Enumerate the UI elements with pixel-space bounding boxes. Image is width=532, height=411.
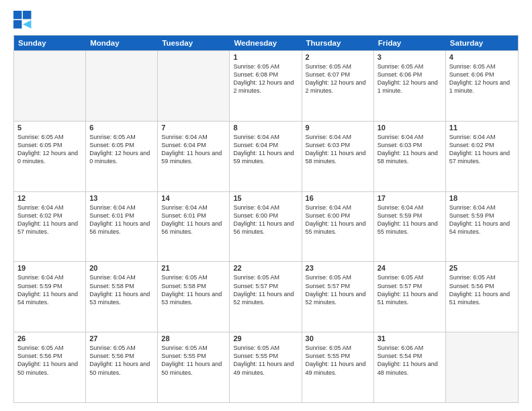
day-cell-31: 31Sunrise: 6:06 AM Sunset: 5:54 PM Dayli… [374, 332, 446, 402]
day-number: 13 [89, 194, 154, 202]
day-number: 5 [17, 124, 82, 132]
day-info: Sunrise: 6:04 AM Sunset: 5:59 PM Dayligh… [449, 203, 515, 236]
day-cell-19: 19Sunrise: 6:04 AM Sunset: 5:59 PM Dayli… [14, 262, 86, 332]
day-number: 17 [378, 194, 442, 202]
day-info: Sunrise: 6:05 AM Sunset: 6:06 PM Dayligh… [449, 62, 515, 95]
header-day-wednesday: Wednesday [230, 36, 302, 50]
day-number: 30 [306, 334, 370, 342]
day-cell-10: 10Sunrise: 6:04 AM Sunset: 6:03 PM Dayli… [374, 122, 446, 191]
day-info: Sunrise: 6:04 AM Sunset: 6:03 PM Dayligh… [306, 133, 370, 166]
day-info: Sunrise: 6:05 AM Sunset: 5:58 PM Dayligh… [161, 273, 226, 306]
header-day-tuesday: Tuesday [158, 36, 230, 50]
day-cell-21: 21Sunrise: 6:05 AM Sunset: 5:58 PM Dayli… [158, 262, 230, 332]
day-number: 25 [449, 264, 515, 272]
day-number: 1 [233, 53, 298, 61]
day-number: 24 [378, 264, 442, 272]
day-info: Sunrise: 6:05 AM Sunset: 5:56 PM Dayligh… [449, 273, 515, 306]
logo-icon [13, 11, 32, 30]
day-number: 18 [449, 194, 515, 202]
day-number: 26 [17, 334, 82, 342]
day-number: 21 [161, 264, 226, 272]
day-cell-24: 24Sunrise: 6:05 AM Sunset: 5:57 PM Dayli… [374, 262, 446, 332]
day-info: Sunrise: 6:05 AM Sunset: 5:55 PM Dayligh… [161, 344, 226, 377]
day-info: Sunrise: 6:05 AM Sunset: 5:56 PM Dayligh… [89, 344, 154, 377]
day-cell-12: 12Sunrise: 6:04 AM Sunset: 6:02 PM Dayli… [14, 192, 86, 262]
empty-cell [446, 332, 518, 402]
day-cell-6: 6Sunrise: 6:05 AM Sunset: 6:05 PM Daylig… [86, 122, 158, 191]
calendar-row-0: 1Sunrise: 6:05 AM Sunset: 6:08 PM Daylig… [14, 50, 518, 121]
day-number: 28 [161, 334, 226, 342]
day-cell-28: 28Sunrise: 6:05 AM Sunset: 5:55 PM Dayli… [158, 332, 230, 402]
day-number: 23 [306, 264, 370, 272]
svg-rect-0 [13, 11, 21, 19]
day-number: 14 [161, 194, 226, 202]
day-cell-1: 1Sunrise: 6:05 AM Sunset: 6:08 PM Daylig… [230, 51, 302, 121]
logo [13, 11, 35, 30]
day-info: Sunrise: 6:05 AM Sunset: 6:05 PM Dayligh… [17, 133, 82, 166]
day-info: Sunrise: 6:05 AM Sunset: 6:06 PM Dayligh… [378, 62, 442, 95]
day-number: 6 [89, 124, 154, 132]
day-number: 10 [378, 124, 442, 132]
day-info: Sunrise: 6:04 AM Sunset: 6:04 PM Dayligh… [161, 133, 226, 166]
day-cell-11: 11Sunrise: 6:04 AM Sunset: 6:02 PM Dayli… [446, 122, 518, 191]
day-info: Sunrise: 6:06 AM Sunset: 5:54 PM Dayligh… [378, 344, 442, 377]
day-cell-23: 23Sunrise: 6:05 AM Sunset: 5:57 PM Dayli… [302, 262, 374, 332]
day-cell-8: 8Sunrise: 6:04 AM Sunset: 6:04 PM Daylig… [230, 122, 302, 191]
svg-rect-1 [23, 11, 31, 19]
svg-marker-3 [23, 20, 31, 28]
header-day-thursday: Thursday [302, 36, 374, 50]
calendar-body: 1Sunrise: 6:05 AM Sunset: 6:08 PM Daylig… [14, 50, 518, 402]
day-number: 29 [233, 334, 298, 342]
day-info: Sunrise: 6:05 AM Sunset: 5:57 PM Dayligh… [233, 273, 298, 306]
day-cell-20: 20Sunrise: 6:04 AM Sunset: 5:58 PM Dayli… [86, 262, 158, 332]
day-number: 31 [378, 334, 442, 342]
day-info: Sunrise: 6:05 AM Sunset: 6:07 PM Dayligh… [306, 62, 370, 95]
day-info: Sunrise: 6:04 AM Sunset: 6:03 PM Dayligh… [378, 133, 442, 166]
calendar: SundayMondayTuesdayWednesdayThursdayFrid… [13, 35, 519, 403]
day-info: Sunrise: 6:05 AM Sunset: 5:57 PM Dayligh… [378, 273, 442, 306]
day-cell-3: 3Sunrise: 6:05 AM Sunset: 6:06 PM Daylig… [374, 51, 446, 121]
day-number: 9 [306, 124, 370, 132]
day-cell-7: 7Sunrise: 6:04 AM Sunset: 6:04 PM Daylig… [158, 122, 230, 191]
day-info: Sunrise: 6:04 AM Sunset: 6:01 PM Dayligh… [161, 203, 226, 236]
empty-cell [158, 51, 230, 121]
calendar-row-2: 12Sunrise: 6:04 AM Sunset: 6:02 PM Dayli… [14, 191, 518, 262]
day-cell-18: 18Sunrise: 6:04 AM Sunset: 5:59 PM Dayli… [446, 192, 518, 262]
day-info: Sunrise: 6:04 AM Sunset: 5:59 PM Dayligh… [378, 203, 442, 236]
day-number: 27 [89, 334, 154, 342]
day-cell-26: 26Sunrise: 6:05 AM Sunset: 5:56 PM Dayli… [14, 332, 86, 402]
day-number: 2 [306, 53, 370, 61]
day-cell-2: 2Sunrise: 6:05 AM Sunset: 6:07 PM Daylig… [302, 51, 374, 121]
day-number: 12 [17, 194, 82, 202]
day-cell-30: 30Sunrise: 6:05 AM Sunset: 5:55 PM Dayli… [302, 332, 374, 402]
day-info: Sunrise: 6:04 AM Sunset: 6:00 PM Dayligh… [306, 203, 370, 236]
day-info: Sunrise: 6:04 AM Sunset: 6:00 PM Dayligh… [233, 203, 298, 236]
day-cell-17: 17Sunrise: 6:04 AM Sunset: 5:59 PM Dayli… [374, 192, 446, 262]
header-day-sunday: Sunday [14, 36, 86, 50]
calendar-header: SundayMondayTuesdayWednesdayThursdayFrid… [14, 36, 518, 50]
day-cell-13: 13Sunrise: 6:04 AM Sunset: 6:01 PM Dayli… [86, 192, 158, 262]
day-info: Sunrise: 6:05 AM Sunset: 5:56 PM Dayligh… [17, 344, 82, 377]
day-cell-16: 16Sunrise: 6:04 AM Sunset: 6:00 PM Dayli… [302, 192, 374, 262]
calendar-row-3: 19Sunrise: 6:04 AM Sunset: 5:59 PM Dayli… [14, 261, 518, 332]
day-cell-15: 15Sunrise: 6:04 AM Sunset: 6:00 PM Dayli… [230, 192, 302, 262]
day-info: Sunrise: 6:04 AM Sunset: 6:02 PM Dayligh… [17, 203, 82, 236]
day-number: 15 [233, 194, 298, 202]
day-cell-14: 14Sunrise: 6:04 AM Sunset: 6:01 PM Dayli… [158, 192, 230, 262]
day-number: 16 [306, 194, 370, 202]
svg-rect-2 [13, 20, 21, 28]
calendar-row-1: 5Sunrise: 6:05 AM Sunset: 6:05 PM Daylig… [14, 121, 518, 191]
day-cell-9: 9Sunrise: 6:04 AM Sunset: 6:03 PM Daylig… [302, 122, 374, 191]
day-number: 22 [233, 264, 298, 272]
header-day-monday: Monday [86, 36, 158, 50]
day-info: Sunrise: 6:05 AM Sunset: 5:55 PM Dayligh… [306, 344, 370, 377]
header-day-friday: Friday [374, 36, 446, 50]
day-cell-29: 29Sunrise: 6:05 AM Sunset: 5:55 PM Dayli… [230, 332, 302, 402]
day-info: Sunrise: 6:05 AM Sunset: 6:08 PM Dayligh… [233, 62, 298, 95]
day-cell-27: 27Sunrise: 6:05 AM Sunset: 5:56 PM Dayli… [86, 332, 158, 402]
day-info: Sunrise: 6:04 AM Sunset: 5:59 PM Dayligh… [17, 273, 82, 306]
day-number: 7 [161, 124, 226, 132]
day-cell-25: 25Sunrise: 6:05 AM Sunset: 5:56 PM Dayli… [446, 262, 518, 332]
day-number: 19 [17, 264, 82, 272]
day-info: Sunrise: 6:04 AM Sunset: 6:01 PM Dayligh… [89, 203, 154, 236]
